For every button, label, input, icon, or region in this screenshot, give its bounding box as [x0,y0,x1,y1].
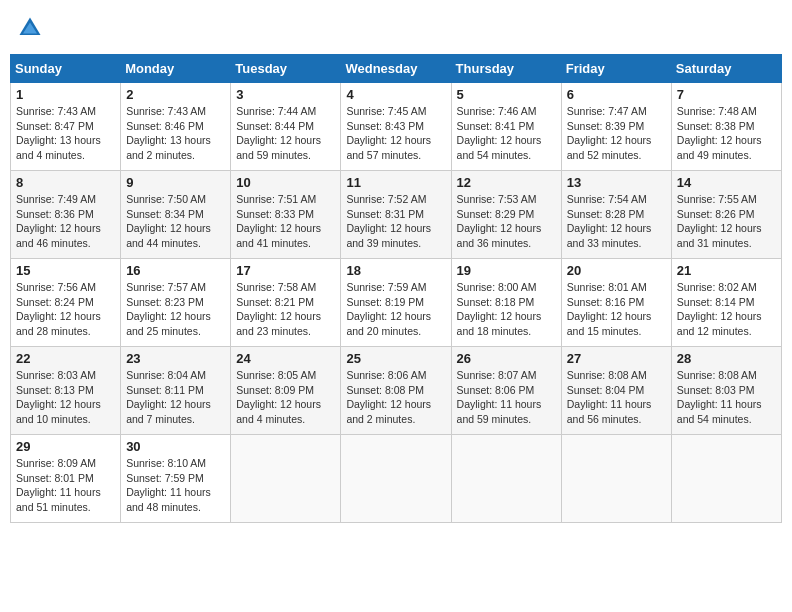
day-cell: 29 Sunrise: 8:09 AM Sunset: 8:01 PM Dayl… [11,435,121,523]
sunrise-label: Sunrise: 8:10 AM [126,457,206,469]
cell-content: Sunrise: 8:09 AM Sunset: 8:01 PM Dayligh… [16,456,115,515]
day-cell: 11 Sunrise: 7:52 AM Sunset: 8:31 PM Dayl… [341,171,451,259]
daylight-label: Daylight: 12 hours and 33 minutes. [567,222,652,249]
day-cell: 27 Sunrise: 8:08 AM Sunset: 8:04 PM Dayl… [561,347,671,435]
day-cell: 3 Sunrise: 7:44 AM Sunset: 8:44 PM Dayli… [231,83,341,171]
cell-content: Sunrise: 7:52 AM Sunset: 8:31 PM Dayligh… [346,192,445,251]
day-cell: 26 Sunrise: 8:07 AM Sunset: 8:06 PM Dayl… [451,347,561,435]
daylight-label: Daylight: 11 hours and 51 minutes. [16,486,101,513]
cell-content: Sunrise: 7:49 AM Sunset: 8:36 PM Dayligh… [16,192,115,251]
header [10,10,782,46]
week-row-5: 29 Sunrise: 8:09 AM Sunset: 8:01 PM Dayl… [11,435,782,523]
daylight-label: Daylight: 12 hours and 39 minutes. [346,222,431,249]
cell-content: Sunrise: 7:57 AM Sunset: 8:23 PM Dayligh… [126,280,225,339]
sunrise-label: Sunrise: 8:07 AM [457,369,537,381]
day-cell: 10 Sunrise: 7:51 AM Sunset: 8:33 PM Dayl… [231,171,341,259]
daylight-label: Daylight: 12 hours and 7 minutes. [126,398,211,425]
daylight-label: Daylight: 12 hours and 57 minutes. [346,134,431,161]
sunrise-label: Sunrise: 8:06 AM [346,369,426,381]
day-cell: 5 Sunrise: 7:46 AM Sunset: 8:41 PM Dayli… [451,83,561,171]
day-number: 4 [346,87,445,102]
sunset-label: Sunset: 8:01 PM [16,472,94,484]
day-cell: 12 Sunrise: 7:53 AM Sunset: 8:29 PM Dayl… [451,171,561,259]
day-cell: 24 Sunrise: 8:05 AM Sunset: 8:09 PM Dayl… [231,347,341,435]
sunset-label: Sunset: 8:21 PM [236,296,314,308]
header-row: SundayMondayTuesdayWednesdayThursdayFrid… [11,55,782,83]
day-number: 19 [457,263,556,278]
day-cell: 6 Sunrise: 7:47 AM Sunset: 8:39 PM Dayli… [561,83,671,171]
daylight-label: Daylight: 12 hours and 12 minutes. [677,310,762,337]
daylight-label: Daylight: 12 hours and 54 minutes. [457,134,542,161]
daylight-label: Daylight: 12 hours and 52 minutes. [567,134,652,161]
sunrise-label: Sunrise: 8:02 AM [677,281,757,293]
day-number: 3 [236,87,335,102]
sunset-label: Sunset: 8:36 PM [16,208,94,220]
day-number: 30 [126,439,225,454]
cell-content: Sunrise: 7:55 AM Sunset: 8:26 PM Dayligh… [677,192,776,251]
day-cell [451,435,561,523]
daylight-label: Daylight: 11 hours and 59 minutes. [457,398,542,425]
day-number: 21 [677,263,776,278]
cell-content: Sunrise: 8:02 AM Sunset: 8:14 PM Dayligh… [677,280,776,339]
daylight-label: Daylight: 12 hours and 59 minutes. [236,134,321,161]
sunset-label: Sunset: 8:18 PM [457,296,535,308]
sunrise-label: Sunrise: 7:45 AM [346,105,426,117]
sunset-label: Sunset: 7:59 PM [126,472,204,484]
daylight-label: Daylight: 12 hours and 20 minutes. [346,310,431,337]
daylight-label: Daylight: 12 hours and 44 minutes. [126,222,211,249]
daylight-label: Daylight: 12 hours and 23 minutes. [236,310,321,337]
day-number: 1 [16,87,115,102]
daylight-label: Daylight: 11 hours and 48 minutes. [126,486,211,513]
day-number: 28 [677,351,776,366]
daylight-label: Daylight: 12 hours and 49 minutes. [677,134,762,161]
sunset-label: Sunset: 8:08 PM [346,384,424,396]
sunrise-label: Sunrise: 7:55 AM [677,193,757,205]
sunrise-label: Sunrise: 7:46 AM [457,105,537,117]
daylight-label: Daylight: 11 hours and 56 minutes. [567,398,652,425]
sunrise-label: Sunrise: 8:01 AM [567,281,647,293]
day-cell: 25 Sunrise: 8:06 AM Sunset: 8:08 PM Dayl… [341,347,451,435]
sunrise-label: Sunrise: 7:51 AM [236,193,316,205]
cell-content: Sunrise: 8:08 AM Sunset: 8:04 PM Dayligh… [567,368,666,427]
sunset-label: Sunset: 8:23 PM [126,296,204,308]
logo-icon [16,14,44,42]
sunrise-label: Sunrise: 7:44 AM [236,105,316,117]
calendar-table: SundayMondayTuesdayWednesdayThursdayFrid… [10,54,782,523]
day-cell: 16 Sunrise: 7:57 AM Sunset: 8:23 PM Dayl… [121,259,231,347]
day-number: 13 [567,175,666,190]
cell-content: Sunrise: 7:43 AM Sunset: 8:46 PM Dayligh… [126,104,225,163]
day-number: 27 [567,351,666,366]
cell-content: Sunrise: 7:48 AM Sunset: 8:38 PM Dayligh… [677,104,776,163]
sunrise-label: Sunrise: 8:03 AM [16,369,96,381]
day-number: 10 [236,175,335,190]
col-header-friday: Friday [561,55,671,83]
cell-content: Sunrise: 8:08 AM Sunset: 8:03 PM Dayligh… [677,368,776,427]
sunset-label: Sunset: 8:19 PM [346,296,424,308]
day-number: 17 [236,263,335,278]
daylight-label: Daylight: 12 hours and 4 minutes. [236,398,321,425]
day-number: 2 [126,87,225,102]
sunrise-label: Sunrise: 7:43 AM [126,105,206,117]
sunrise-label: Sunrise: 7:57 AM [126,281,206,293]
sunrise-label: Sunrise: 8:08 AM [567,369,647,381]
day-cell [671,435,781,523]
day-number: 6 [567,87,666,102]
sunrise-label: Sunrise: 7:49 AM [16,193,96,205]
cell-content: Sunrise: 7:54 AM Sunset: 8:28 PM Dayligh… [567,192,666,251]
sunset-label: Sunset: 8:28 PM [567,208,645,220]
sunset-label: Sunset: 8:44 PM [236,120,314,132]
day-cell: 22 Sunrise: 8:03 AM Sunset: 8:13 PM Dayl… [11,347,121,435]
cell-content: Sunrise: 8:04 AM Sunset: 8:11 PM Dayligh… [126,368,225,427]
col-header-tuesday: Tuesday [231,55,341,83]
col-header-saturday: Saturday [671,55,781,83]
cell-content: Sunrise: 7:56 AM Sunset: 8:24 PM Dayligh… [16,280,115,339]
cell-content: Sunrise: 8:03 AM Sunset: 8:13 PM Dayligh… [16,368,115,427]
day-number: 7 [677,87,776,102]
day-cell: 7 Sunrise: 7:48 AM Sunset: 8:38 PM Dayli… [671,83,781,171]
sunset-label: Sunset: 8:39 PM [567,120,645,132]
sunrise-label: Sunrise: 7:43 AM [16,105,96,117]
sunrise-label: Sunrise: 7:50 AM [126,193,206,205]
cell-content: Sunrise: 8:06 AM Sunset: 8:08 PM Dayligh… [346,368,445,427]
daylight-label: Daylight: 13 hours and 2 minutes. [126,134,211,161]
day-cell: 17 Sunrise: 7:58 AM Sunset: 8:21 PM Dayl… [231,259,341,347]
